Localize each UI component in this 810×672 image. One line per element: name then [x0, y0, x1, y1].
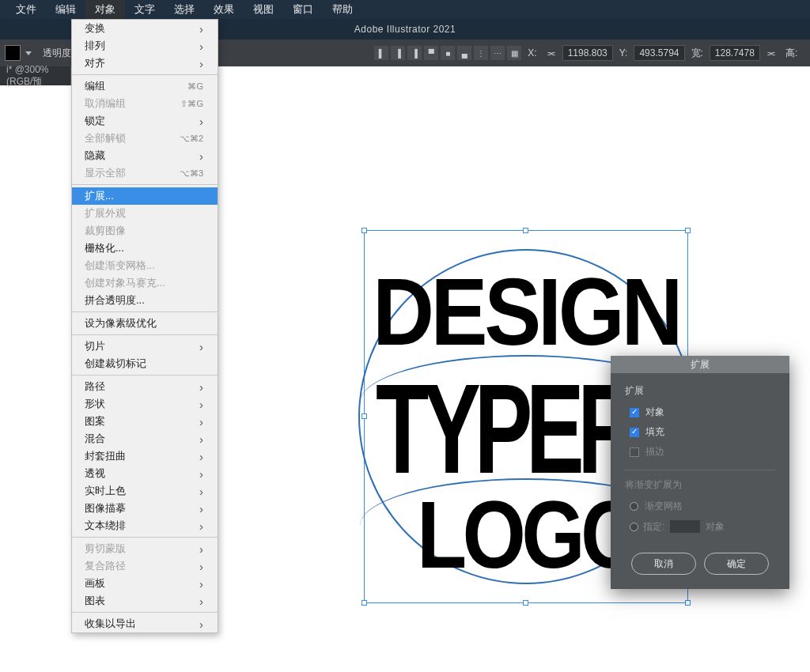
align-hcenter-icon[interactable]: ▐: [391, 46, 405, 60]
w-label: 宽:: [691, 47, 703, 60]
document-tab[interactable]: i* @300% (RGB/预: [0, 66, 71, 85]
menu-item[interactable]: 对齐: [72, 55, 218, 72]
w-value[interactable]: 128.7478: [710, 45, 760, 61]
checkbox-stroke-label: 描边: [645, 445, 664, 459]
checkbox-object-label: 对象: [645, 406, 664, 419]
menu-help[interactable]: 帮助: [323, 0, 362, 20]
menu-item: 扩展外观: [72, 205, 218, 222]
menu-window[interactable]: 窗口: [283, 0, 323, 20]
menu-item: 显示全部⌥⌘3: [72, 164, 218, 182]
dialog-title: 扩展: [611, 356, 789, 373]
distribute-h-icon[interactable]: ⋮: [474, 46, 488, 60]
h-label: 高:: [785, 47, 797, 60]
align-left-icon[interactable]: ▌: [374, 46, 388, 60]
menu-item[interactable]: 图表: [72, 592, 218, 610]
dialog-section-expand: 扩展: [625, 384, 775, 398]
menu-item[interactable]: 文本绕排: [72, 517, 218, 534]
checkbox-fill[interactable]: [630, 428, 639, 437]
dialog-section-gradient: 将渐变扩展为: [625, 478, 775, 492]
transform-icon[interactable]: ▦: [507, 46, 521, 60]
fill-swatch[interactable]: [5, 45, 21, 61]
menu-item[interactable]: 隐藏: [72, 147, 218, 164]
menu-item: 创建对象马赛克...: [72, 274, 218, 292]
menu-item: 取消编组⇧⌘G: [72, 95, 218, 112]
menu-item[interactable]: 形状: [72, 395, 218, 413]
handle-br[interactable]: [685, 600, 691, 606]
menu-item[interactable]: 扩展...: [72, 187, 218, 205]
opacity-label: 透明度:: [43, 47, 74, 60]
handle-bc[interactable]: [523, 600, 528, 606]
menu-item: 创建渐变网格...: [72, 257, 218, 274]
menu-item[interactable]: 创建裁切标记: [72, 355, 218, 372]
menu-view[interactable]: 视图: [244, 0, 283, 20]
menu-item[interactable]: 收集以导出: [72, 615, 218, 632]
align-top-icon[interactable]: ▀: [424, 46, 438, 60]
checkbox-object[interactable]: [630, 408, 639, 417]
menu-item[interactable]: 编组⌘G: [72, 77, 218, 95]
specify-count-input: [669, 519, 701, 534]
menu-object[interactable]: 对象: [85, 0, 125, 20]
linkwh-icon[interactable]: ⫘: [766, 47, 776, 59]
handle-tl[interactable]: [361, 228, 367, 233]
menu-item: 复合路径: [72, 557, 218, 575]
checkbox-stroke: [630, 447, 639, 457]
y-label: Y:: [619, 47, 628, 59]
menu-item[interactable]: 实时上色: [72, 482, 218, 500]
object-menu-dropdown: 变换排列对齐编组⌘G取消编组⇧⌘G锁定全部解锁⌥⌘2隐藏显示全部⌥⌘3扩展...…: [71, 19, 218, 633]
menu-type[interactable]: 文字: [125, 0, 165, 20]
menu-item: 剪切蒙版: [72, 540, 218, 557]
menu-item[interactable]: 变换: [72, 20, 218, 37]
radio-specify: [630, 523, 638, 531]
menu-item[interactable]: 锁定: [72, 112, 218, 130]
cancel-button[interactable]: 取消: [631, 553, 696, 575]
menu-item[interactable]: 切片: [72, 338, 218, 355]
menu-item[interactable]: 透视: [72, 465, 218, 482]
menu-item[interactable]: 图案: [72, 413, 218, 430]
menu-edit[interactable]: 编辑: [46, 0, 85, 20]
radio-mesh-label: 渐变网格: [645, 500, 683, 513]
menu-item[interactable]: 栅格化...: [72, 240, 218, 257]
menu-item[interactable]: 设为像素级优化: [72, 315, 218, 332]
menu-item[interactable]: 画板: [72, 575, 218, 592]
radio-specify-label: 指定:: [643, 520, 664, 534]
menu-item[interactable]: 图像描摹: [72, 500, 218, 517]
align-icons: ▌ ▐ ▐ ▀ ■ ▄ ⋮ ⋯ ▦: [374, 46, 521, 60]
handle-tr[interactable]: [685, 228, 691, 233]
menu-bar: 文件 编辑 对象 文字 选择 效果 视图 窗口 帮助: [0, 0, 810, 19]
align-right-icon[interactable]: ▐: [407, 46, 422, 60]
ok-button[interactable]: 确定: [704, 553, 769, 575]
menu-item[interactable]: 路径: [72, 378, 218, 395]
app-title: Adobe Illustrator 2021: [354, 24, 456, 35]
art-row-1: DESIGN: [346, 258, 706, 367]
menu-item: 全部解锁⌥⌘2: [72, 130, 218, 147]
menu-item[interactable]: 混合: [72, 430, 218, 447]
menu-effect[interactable]: 效果: [204, 0, 244, 20]
distribute-v-icon[interactable]: ⋯: [490, 46, 505, 60]
menu-select[interactable]: 选择: [165, 0, 204, 20]
menu-file[interactable]: 文件: [6, 0, 46, 20]
specify-unit: 对象: [706, 520, 725, 534]
menu-item[interactable]: 排列: [72, 37, 218, 55]
x-value[interactable]: 1198.803: [562, 45, 613, 61]
fill-dropdown-icon[interactable]: [25, 51, 32, 55]
x-label: X:: [528, 47, 536, 59]
align-vcenter-icon[interactable]: ■: [441, 46, 455, 60]
handle-bl[interactable]: [361, 600, 367, 606]
handle-tc[interactable]: [523, 228, 528, 233]
menu-item[interactable]: 封套扭曲: [72, 447, 218, 465]
checkbox-fill-label: 填充: [645, 425, 664, 439]
radio-mesh: [630, 502, 638, 511]
align-bottom-icon[interactable]: ▄: [457, 46, 471, 60]
y-value[interactable]: 493.5794: [634, 45, 684, 61]
menu-item[interactable]: 拼合透明度...: [72, 292, 218, 309]
menu-item: 裁剪图像: [72, 222, 218, 240]
link-icon[interactable]: ⫘: [547, 47, 556, 59]
expand-dialog: 扩展 扩展 对象 填充 描边 将渐变扩展为 渐变网格 指定: 对象 取消 确定: [611, 356, 789, 589]
